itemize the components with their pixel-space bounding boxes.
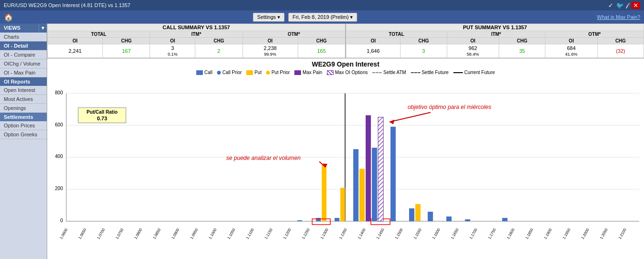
toolbar-right: What is Max Pain? <box>597 14 640 20</box>
bar-put-14 <box>322 165 326 221</box>
sidebar-item-most-actives[interactable]: Most Actives <box>0 95 47 104</box>
x-label-15: 1.1350 <box>338 227 348 240</box>
chart-svg: 0 200 400 600 800 <box>50 76 642 249</box>
legend-call-prior-label: Call Prior <box>222 70 242 75</box>
legend-max-oi: Max OI Options <box>327 70 368 75</box>
sidebar-settlements[interactable]: Settlements <box>0 113 47 121</box>
call-itm-oi-header: OI <box>150 38 195 44</box>
x-label-22: 1.1700 <box>468 227 478 240</box>
call-total-oi: 2,241 <box>48 44 103 58</box>
call-summary-row: 2,241 167 30.1% 2 2,23899.9% 165 <box>48 44 345 58</box>
bar-call-20 <box>428 212 433 221</box>
x-label-17: 1.1450 <box>376 227 385 240</box>
sidebar-item-option-prices[interactable]: Option Prices <box>0 121 47 130</box>
x-label-19: 1.1550 <box>413 227 422 240</box>
checkmark-icon[interactable]: ✓ <box>608 2 613 9</box>
put-total-chg: 3 <box>401 44 447 58</box>
call-itm-chg: 2 <box>195 44 243 58</box>
call-itm-oi: 30.1% <box>150 44 195 58</box>
sidebar-item-option-greeks[interactable]: Option Greeks <box>0 130 47 139</box>
legend-call-prior: Call Prior <box>217 70 242 75</box>
date-button[interactable]: Fri, Feb 8, 2019 (Prelim) ▾ <box>288 13 357 22</box>
x-label-29: 1.2050 <box>599 227 609 240</box>
put-call-ratio-value: 0.73 <box>97 116 108 121</box>
legend-max-pain-label: Max Pain <box>302 70 322 75</box>
x-label-11: 1.1150 <box>264 227 273 240</box>
close-icon[interactable]: ✕ <box>631 2 640 9</box>
put-total-oi-header: OI <box>346 38 401 44</box>
x-label-13: 1.1250 <box>301 227 310 240</box>
call-total-chg-header: CHG <box>103 38 150 44</box>
settings-button[interactable]: Settings ▾ <box>253 13 284 22</box>
toolbar: 🏠 Settings ▾ Fri, Feb 8, 2019 (Prelim) ▾… <box>0 10 644 24</box>
legend-call-prior-dot <box>217 71 221 75</box>
legend-put-prior-dot <box>266 71 270 75</box>
legend-max-oi-label: Max OI Options <box>335 70 368 75</box>
chart-area: WE2G9 Open Interest Call Call Prior Put … <box>47 58 644 259</box>
x-label-18: 1.1500 <box>394 227 404 240</box>
call-otm-oi: 2,23899.9% <box>243 44 298 58</box>
call-total-chg: 167 <box>103 44 150 58</box>
bar-put-19 <box>415 204 420 221</box>
sidebar-item-oi-compare[interactable]: OI - Compare <box>0 50 47 59</box>
content-area: CALL SUMMARY VS 1.1357 TOTAL ITM* OTM* O… <box>47 24 644 259</box>
x-label-16: 1.1400 <box>357 227 367 240</box>
call-total-header: TOTAL <box>48 31 150 38</box>
call-total-oi-header: OI <box>48 38 103 44</box>
sidebar-item-oichg-volume[interactable]: OIChg / Volume <box>0 59 47 68</box>
bar-call-22 <box>465 219 470 221</box>
x-label-8: 1.1000 <box>208 227 217 240</box>
legend-call-box <box>196 70 203 75</box>
legend-call: Call <box>196 70 212 75</box>
legend-put-label: Put <box>254 70 261 75</box>
chart-title: WE2G9 Open Interest <box>47 58 644 69</box>
put-otm-oi: 68441.6% <box>545 44 597 58</box>
sidebar-item-oi-maxpain[interactable]: OI - Max Pain <box>0 68 47 77</box>
put-summary-table: PUT SUMMARY VS 1.1357 TOTAL ITM* OTM* OI… <box>346 24 644 58</box>
legend-settle-atm-label: Settle ATM <box>383 70 406 75</box>
x-label-28: 1.2000 <box>580 227 590 240</box>
legend-put-prior: Put Prior <box>266 70 290 75</box>
put-total-oi: 1,646 <box>346 44 401 58</box>
x-label-20: 1.1600 <box>431 227 441 240</box>
sidebar-item-charts[interactable]: Charts <box>0 33 47 42</box>
legend-max-pain: Max Pain <box>294 70 322 75</box>
bar-call-15 <box>335 218 339 221</box>
bar-call-24 <box>502 218 507 221</box>
views-label: VIEWS <box>0 24 39 33</box>
title-bar: EUR/USD WE2G9 Open Interest (4.81 DTE) v… <box>0 0 644 10</box>
legend-settle-future-line <box>411 72 420 73</box>
legend-settle-future-label: Settle Future <box>422 70 449 75</box>
arrow-objetivo-head <box>390 119 394 124</box>
x-label-4: 1.0800 <box>134 227 143 240</box>
legend-max-oi-hatch <box>327 70 334 75</box>
x-label-23: 1.1750 <box>487 227 497 240</box>
bar-call-14 <box>316 218 321 221</box>
chart-legend: Call Call Prior Put Put Prior Max Pain <box>47 69 644 76</box>
highlight-box-1300 <box>312 219 330 225</box>
annotation-volumen: se puede analizar el volumen <box>226 155 301 161</box>
title-bar-icons: ✓ 🐦 𝒻 ✕ <box>608 1 640 9</box>
put-itm-oi-header: OI <box>447 38 499 44</box>
put-otm-oi-header: OI <box>545 38 597 44</box>
bird-icon[interactable]: 𝒻 <box>627 1 628 9</box>
x-label-2: 1.0700 <box>96 227 106 240</box>
x-label-5: 1.0850 <box>152 227 161 240</box>
views-dropdown-arrow[interactable]: ▾ <box>39 24 47 33</box>
x-label-27: 1.1950 <box>562 227 571 240</box>
put-total-header: TOTAL <box>346 31 447 38</box>
bar-maxoi-17 <box>378 117 383 221</box>
twitter-icon[interactable]: 🐦 <box>616 2 624 9</box>
max-pain-link[interactable]: What is Max Pain? <box>597 14 640 20</box>
bar-call-16 <box>353 149 359 221</box>
home-icon[interactable]: 🏠 <box>4 13 13 22</box>
y-label-0: 0 <box>60 218 63 223</box>
views-header: VIEWS ▾ <box>0 24 47 33</box>
sidebar-item-openings[interactable]: Openings <box>0 104 47 113</box>
legend-max-pain-box <box>294 70 301 75</box>
put-total-chg-header: CHG <box>401 38 447 44</box>
x-label-26: 1.1900 <box>543 227 552 240</box>
put-call-ratio-label: Put/Call Ratio <box>86 109 117 115</box>
sidebar-item-oi-detail[interactable]: OI - Detail <box>0 42 47 50</box>
sidebar-item-open-interest[interactable]: Open Interest <box>0 86 47 95</box>
